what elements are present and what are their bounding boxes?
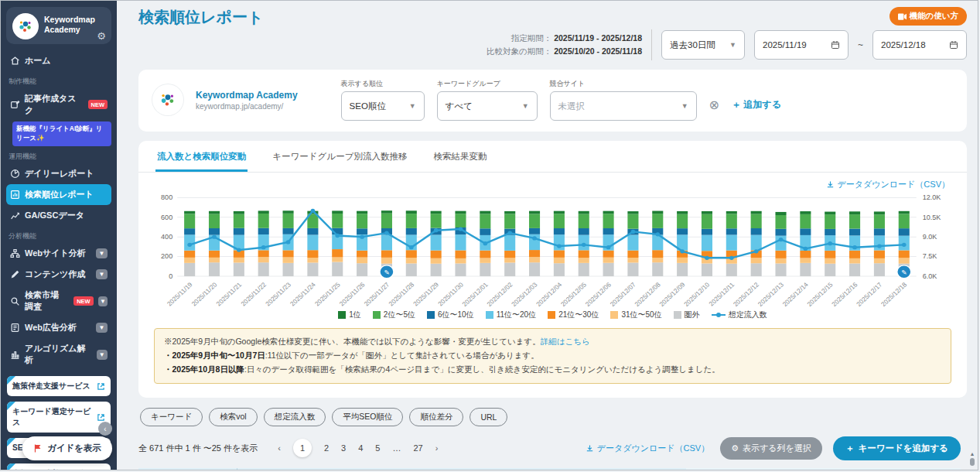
page-1[interactable]: 1 [293, 439, 312, 457]
chevron-down-icon: ▼ [522, 102, 529, 110]
rank-type-select[interactable]: SEO順位▼ [341, 91, 425, 121]
sidebar-item-home[interactable]: ホーム [6, 50, 111, 71]
chip-url[interactable]: URL [470, 408, 507, 426]
select-columns-button[interactable]: ⚙ 表示する列を選択 [720, 437, 822, 460]
svg-text:9.0K: 9.0K [923, 233, 937, 241]
keyword-table-header: キーワード [138, 468, 961, 470]
new-badge: NEW [73, 296, 94, 306]
download-icon [586, 444, 594, 453]
video-icon [898, 13, 907, 20]
chip-estimated-traffic[interactable]: 想定流入数 [264, 408, 326, 426]
sidebar-item-market-research[interactable]: 検索市場調査 NEW ▼ [6, 285, 111, 317]
chart-csv-download-link[interactable]: データダウンロード（CSV） [826, 179, 950, 190]
site-name-link[interactable]: Keywordmap Academy [196, 90, 298, 101]
chevron-down-icon[interactable]: ▼ [96, 323, 108, 333]
date-from-input[interactable]: 2025/11/19 [754, 30, 849, 60]
service-link-internal-seo[interactable]: 内部SEO改善サービス [7, 463, 111, 470]
chevron-down-icon: ▼ [681, 102, 688, 110]
external-link-icon [97, 382, 105, 391]
sidebar-item-daily-report[interactable]: デイリーレポート [6, 163, 111, 184]
legend-item-line: 想定流入数 [712, 310, 767, 320]
external-link-icon [97, 470, 105, 471]
svg-text:6.0K: 6.0K [923, 272, 937, 280]
feature-tooltip: 新機能『リライトAI診断』リリース✨ [12, 121, 111, 146]
service-link-keyword-selection[interactable]: キーワード選定サービス [7, 402, 111, 433]
chip-keyword[interactable]: キーワード [140, 408, 203, 426]
keyword-group-select[interactable]: すべて▼ [437, 91, 538, 121]
sidebar: Keywordmap Academy ⚙ ホーム 制作機能 記事作成タスク NE… [1, 1, 117, 470]
download-icon [826, 180, 835, 189]
date-to-input[interactable]: 2025/12/18 [872, 30, 967, 60]
chip-avg-seo-rank[interactable]: 平均SEO順位 [332, 408, 403, 426]
clear-competitor-icon[interactable]: ⊗ [709, 97, 719, 112]
external-link-icon [97, 413, 105, 422]
chevron-down-icon[interactable]: ▼ [97, 350, 108, 360]
svg-text:2025/11/27: 2025/11/27 [363, 281, 391, 307]
svg-text:12.0K: 12.0K [923, 193, 941, 201]
pagination: ‹ 1 2 3 4 5 … 27 › [278, 439, 438, 457]
result-count: 全 671 件中 1 件 〜25 件を表示 [138, 443, 258, 454]
competitor-select[interactable]: 未選択▼ [550, 91, 697, 121]
tilde-separator: ~ [858, 39, 863, 50]
next-page-button[interactable]: › [435, 443, 439, 453]
svg-text:2025/11/26: 2025/11/26 [338, 281, 367, 307]
keywordmap-logo-icon [12, 13, 39, 39]
notice-box: ※2025年9月中旬のGoogle検索仕様変更に伴い、本機能では以下のような影響… [154, 328, 951, 384]
svg-text:0: 0 [169, 272, 172, 280]
service-link-support[interactable]: 施策伴走支援サービス [7, 376, 111, 396]
legend-item: 6位〜10位 [427, 310, 474, 320]
chevron-down-icon[interactable]: ▼ [96, 248, 108, 258]
sidebar-collapse-button[interactable]: ‹ [98, 422, 112, 436]
calendar-icon [949, 40, 958, 50]
scroll-up-icon[interactable]: ▲ [970, 451, 975, 457]
chip-search-vol[interactable]: 検索vol [209, 408, 257, 426]
new-badge: NEW [88, 100, 108, 109]
sidebar-item-article-task[interactable]: 記事作成タスク NEW [6, 88, 111, 121]
page-5[interactable]: 5 [375, 443, 380, 453]
gear-icon[interactable]: ⚙ [97, 30, 106, 42]
add-keyword-button[interactable]: ＋ キーワードを追加する [833, 436, 961, 460]
page-3[interactable]: 3 [341, 443, 346, 453]
brand-name: Keywordmap Academy [44, 13, 105, 35]
rank-traffic-chart[interactable]: 06.0K2007.5K4009.0K60010.5K80012.0K2025/… [138, 190, 967, 313]
main-content: 検索順位レポート 機能の使い方 指定期間： 2025/11/19 - 2025/… [117, 1, 978, 470]
sidebar-item-content-creation[interactable]: コンテンツ作成 ▼ [6, 264, 111, 285]
svg-text:2025/11/21: 2025/11/21 [215, 281, 244, 307]
tab-serp-change[interactable]: 検索結果変動 [432, 141, 488, 172]
tab-keyword-group-traffic[interactable]: キーワードグループ別流入数推移 [271, 141, 408, 172]
section-label-operate: 運用機能 [9, 152, 109, 162]
sidebar-item-ga-gsc[interactable]: GA/GSCデータ [6, 205, 111, 226]
date-range-select[interactable]: 過去30日間▼ [661, 30, 745, 60]
brand-card[interactable]: Keywordmap Academy ⚙ [6, 7, 111, 44]
sidebar-item-algorithm[interactable]: アルゴリズム解析 ▼ [6, 338, 111, 371]
chevron-down-icon[interactable]: ▼ [96, 269, 108, 279]
legend-item: 11位〜20位 [486, 310, 537, 320]
sidebar-item-rank-report[interactable]: 検索順位レポート [6, 184, 111, 205]
feature-help-button[interactable]: 機能の使い方 [890, 7, 968, 26]
scrollbar-thumb[interactable] [970, 458, 975, 466]
tab-traffic-rank[interactable]: 流入数と検索順位変動 [155, 141, 248, 172]
svg-text:600: 600 [161, 214, 172, 221]
svg-text:400: 400 [161, 233, 172, 241]
page-27[interactable]: 27 [413, 443, 422, 453]
table-csv-download-link[interactable]: データダウンロード（CSV） [586, 443, 709, 454]
pencil-icon [10, 269, 20, 279]
calendar-icon [831, 40, 840, 50]
prev-page-button[interactable]: ‹ [278, 443, 281, 453]
chip-rank-diff[interactable]: 順位差分 [409, 408, 463, 426]
competitor-label: 競合サイト [550, 79, 697, 89]
svg-text:10.5K: 10.5K [923, 214, 941, 221]
table-scrollbar[interactable]: ▲ [968, 451, 976, 470]
sidebar-item-website-analysis[interactable]: Webサイト分析 ▼ [6, 243, 111, 264]
show-guide-button[interactable]: ガイドを表示 [22, 436, 112, 460]
notice-detail-link[interactable]: 詳細はこちら [541, 337, 590, 346]
page-2[interactable]: 2 [324, 443, 329, 453]
page-4[interactable]: 4 [358, 443, 363, 453]
add-competitor-link[interactable]: ＋ 追加する [732, 98, 781, 111]
chart-card: 流入数と検索順位変動 キーワードグループ別流入数推移 検索結果変動 データダウン… [138, 141, 967, 398]
legend-swatch [373, 311, 381, 319]
svg-text:7.5K: 7.5K [923, 253, 937, 261]
chevron-down-icon[interactable]: ▼ [98, 296, 108, 306]
sidebar-item-ads-analysis[interactable]: Web広告分析 ▼ [6, 317, 111, 338]
svg-text:2025/11/28: 2025/11/28 [388, 281, 416, 307]
